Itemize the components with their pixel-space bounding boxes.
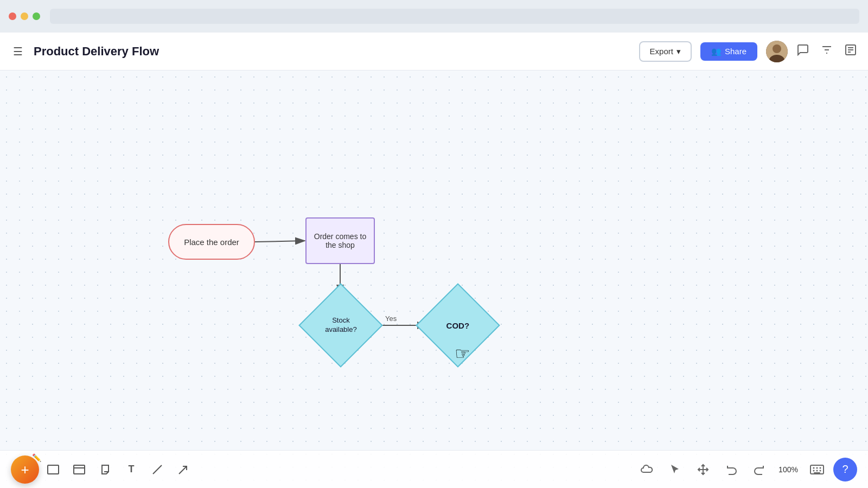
- connector-layer: Yes: [0, 70, 868, 488]
- header-right: [796, 43, 857, 60]
- export-button[interactable]: Export ▾: [639, 41, 692, 62]
- line-tool[interactable]: [145, 458, 169, 481]
- cloud-icon[interactable]: [635, 458, 659, 481]
- stock-label: Stock available?: [318, 316, 364, 335]
- pencil-icon: ✏️: [32, 453, 41, 462]
- filter-icon[interactable]: [820, 43, 833, 60]
- redo-icon[interactable]: [748, 458, 771, 481]
- undo-icon[interactable]: [719, 458, 743, 481]
- node-place-order[interactable]: Place the order: [168, 224, 255, 260]
- svg-line-19: [153, 465, 162, 474]
- place-order-label: Place the order: [184, 237, 239, 247]
- text-tool[interactable]: T: [119, 458, 143, 481]
- share-icon: 👥: [711, 47, 722, 56]
- notes-icon[interactable]: [844, 43, 857, 60]
- arrow-tool[interactable]: [171, 458, 195, 481]
- move-icon[interactable]: [691, 458, 715, 481]
- cursor-icon[interactable]: [663, 458, 687, 481]
- add-button[interactable]: + ✏️: [11, 455, 39, 484]
- svg-rect-16: [74, 465, 85, 474]
- share-button[interactable]: 👥 Share: [700, 42, 757, 61]
- minimize-button[interactable]: [21, 12, 28, 20]
- text-icon: T: [129, 464, 135, 475]
- diagram-title: Product Delivery Flow: [34, 44, 630, 59]
- export-label: Export: [650, 47, 673, 56]
- container-tool[interactable]: [67, 458, 91, 481]
- rectangle-tool[interactable]: [41, 458, 65, 481]
- help-button[interactable]: ?: [833, 458, 857, 481]
- bottom-toolbar: + ✏️ T: [0, 450, 868, 488]
- title-bar: [0, 0, 868, 33]
- add-icon: +: [21, 463, 29, 477]
- chevron-down-icon: ▾: [676, 47, 681, 56]
- node-order-comes-to-shop[interactable]: Order comes to the shop: [305, 217, 375, 264]
- header: ☰ Product Delivery Flow Export ▾ 👥 Share: [0, 33, 868, 70]
- menu-icon[interactable]: ☰: [11, 43, 25, 60]
- close-button[interactable]: [9, 12, 16, 20]
- node-cod[interactable]: COD?: [428, 296, 488, 355]
- toolbar-right: 100% ?: [635, 458, 857, 481]
- zoom-level: 100%: [776, 465, 801, 474]
- svg-rect-15: [48, 465, 59, 474]
- node-stock-available[interactable]: Stock available?: [311, 296, 371, 355]
- url-bar[interactable]: [50, 9, 859, 24]
- stock-diamond-shape: Stock available?: [298, 283, 383, 368]
- note-tool[interactable]: [93, 458, 117, 481]
- traffic-lights: [9, 12, 40, 20]
- svg-line-20: [179, 466, 187, 474]
- help-label: ?: [842, 463, 848, 476]
- svg-line-11: [255, 241, 305, 242]
- order-shop-label: Order comes to the shop: [314, 232, 366, 249]
- svg-text:Yes: Yes: [385, 314, 397, 323]
- canvas[interactable]: Yes Place the order Order comes to the s…: [0, 70, 868, 488]
- cod-diamond-shape: COD?: [416, 283, 500, 368]
- share-label: Share: [725, 47, 746, 56]
- svg-point-1: [773, 44, 781, 53]
- cod-label: COD?: [446, 321, 470, 330]
- keyboard-icon[interactable]: [805, 458, 829, 481]
- maximize-button[interactable]: [33, 12, 40, 20]
- avatar[interactable]: [766, 41, 788, 62]
- chat-icon[interactable]: [796, 43, 809, 60]
